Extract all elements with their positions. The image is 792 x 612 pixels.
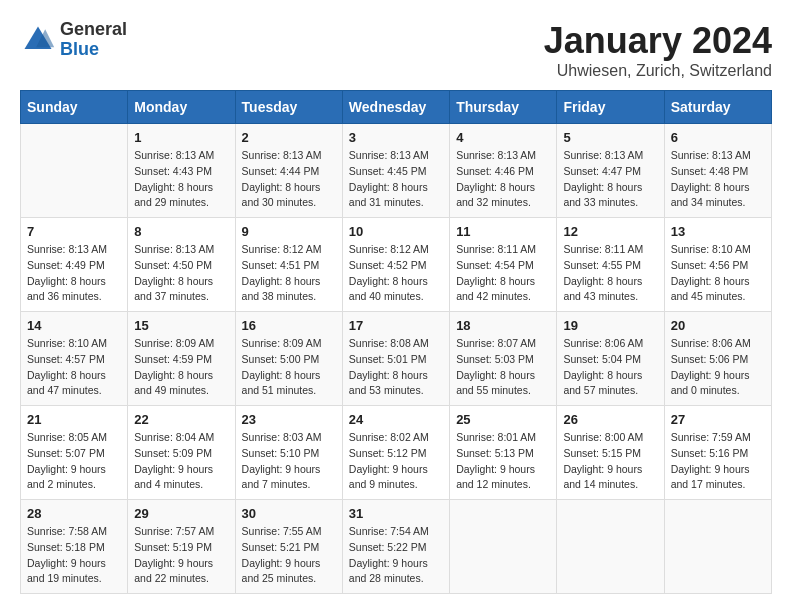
- logo-blue-text: Blue: [60, 40, 127, 60]
- logo: General Blue: [20, 20, 127, 60]
- cell-week1-day2: 2 Sunrise: 8:13 AMSunset: 4:44 PMDayligh…: [235, 124, 342, 218]
- day-number: 16: [242, 318, 336, 333]
- weekday-header-row: Sunday Monday Tuesday Wednesday Thursday…: [21, 91, 772, 124]
- day-info: Sunrise: 8:13 AMSunset: 4:46 PMDaylight:…: [456, 148, 550, 211]
- day-number: 22: [134, 412, 228, 427]
- header-tuesday: Tuesday: [235, 91, 342, 124]
- cell-week4-day3: 24 Sunrise: 8:02 AMSunset: 5:12 PMDaylig…: [342, 406, 449, 500]
- calendar-title: January 2024: [544, 20, 772, 62]
- logo-icon: [20, 22, 56, 58]
- day-info: Sunrise: 8:13 AMSunset: 4:44 PMDaylight:…: [242, 148, 336, 211]
- cell-week4-day4: 25 Sunrise: 8:01 AMSunset: 5:13 PMDaylig…: [450, 406, 557, 500]
- day-number: 3: [349, 130, 443, 145]
- cell-week2-day5: 12 Sunrise: 8:11 AMSunset: 4:55 PMDaylig…: [557, 218, 664, 312]
- cell-week3-day0: 14 Sunrise: 8:10 AMSunset: 4:57 PMDaylig…: [21, 312, 128, 406]
- day-info: Sunrise: 8:11 AMSunset: 4:55 PMDaylight:…: [563, 242, 657, 305]
- cell-week3-day6: 20 Sunrise: 8:06 AMSunset: 5:06 PMDaylig…: [664, 312, 771, 406]
- cell-week4-day2: 23 Sunrise: 8:03 AMSunset: 5:10 PMDaylig…: [235, 406, 342, 500]
- day-number: 25: [456, 412, 550, 427]
- day-number: 2: [242, 130, 336, 145]
- day-info: Sunrise: 8:13 AMSunset: 4:49 PMDaylight:…: [27, 242, 121, 305]
- day-number: 10: [349, 224, 443, 239]
- day-number: 1: [134, 130, 228, 145]
- day-info: Sunrise: 7:59 AMSunset: 5:16 PMDaylight:…: [671, 430, 765, 493]
- cell-week4-day5: 26 Sunrise: 8:00 AMSunset: 5:15 PMDaylig…: [557, 406, 664, 500]
- cell-week2-day4: 11 Sunrise: 8:11 AMSunset: 4:54 PMDaylig…: [450, 218, 557, 312]
- day-info: Sunrise: 8:01 AMSunset: 5:13 PMDaylight:…: [456, 430, 550, 493]
- day-info: Sunrise: 8:08 AMSunset: 5:01 PMDaylight:…: [349, 336, 443, 399]
- day-number: 20: [671, 318, 765, 333]
- day-number: 17: [349, 318, 443, 333]
- cell-week2-day2: 9 Sunrise: 8:12 AMSunset: 4:51 PMDayligh…: [235, 218, 342, 312]
- calendar-table: Sunday Monday Tuesday Wednesday Thursday…: [20, 90, 772, 594]
- day-number: 4: [456, 130, 550, 145]
- cell-week4-day1: 22 Sunrise: 8:04 AMSunset: 5:09 PMDaylig…: [128, 406, 235, 500]
- day-number: 27: [671, 412, 765, 427]
- page-header: General Blue January 2024 Uhwiesen, Zuri…: [20, 20, 772, 80]
- day-number: 30: [242, 506, 336, 521]
- day-number: 8: [134, 224, 228, 239]
- cell-week5-day1: 29 Sunrise: 7:57 AMSunset: 5:19 PMDaylig…: [128, 500, 235, 594]
- day-number: 24: [349, 412, 443, 427]
- day-info: Sunrise: 8:11 AMSunset: 4:54 PMDaylight:…: [456, 242, 550, 305]
- title-block: January 2024 Uhwiesen, Zurich, Switzerla…: [544, 20, 772, 80]
- day-info: Sunrise: 7:54 AMSunset: 5:22 PMDaylight:…: [349, 524, 443, 587]
- cell-week3-day5: 19 Sunrise: 8:06 AMSunset: 5:04 PMDaylig…: [557, 312, 664, 406]
- day-info: Sunrise: 8:09 AMSunset: 4:59 PMDaylight:…: [134, 336, 228, 399]
- day-number: 18: [456, 318, 550, 333]
- cell-week1-day3: 3 Sunrise: 8:13 AMSunset: 4:45 PMDayligh…: [342, 124, 449, 218]
- cell-week5-day5: [557, 500, 664, 594]
- day-number: 13: [671, 224, 765, 239]
- cell-week4-day0: 21 Sunrise: 8:05 AMSunset: 5:07 PMDaylig…: [21, 406, 128, 500]
- day-info: Sunrise: 8:04 AMSunset: 5:09 PMDaylight:…: [134, 430, 228, 493]
- cell-week1-day5: 5 Sunrise: 8:13 AMSunset: 4:47 PMDayligh…: [557, 124, 664, 218]
- week-row-2: 7 Sunrise: 8:13 AMSunset: 4:49 PMDayligh…: [21, 218, 772, 312]
- cell-week4-day6: 27 Sunrise: 7:59 AMSunset: 5:16 PMDaylig…: [664, 406, 771, 500]
- cell-week2-day3: 10 Sunrise: 8:12 AMSunset: 4:52 PMDaylig…: [342, 218, 449, 312]
- day-info: Sunrise: 8:13 AMSunset: 4:43 PMDaylight:…: [134, 148, 228, 211]
- day-number: 7: [27, 224, 121, 239]
- day-info: Sunrise: 8:05 AMSunset: 5:07 PMDaylight:…: [27, 430, 121, 493]
- day-number: 23: [242, 412, 336, 427]
- day-number: 11: [456, 224, 550, 239]
- day-info: Sunrise: 7:57 AMSunset: 5:19 PMDaylight:…: [134, 524, 228, 587]
- header-wednesday: Wednesday: [342, 91, 449, 124]
- day-number: 28: [27, 506, 121, 521]
- header-thursday: Thursday: [450, 91, 557, 124]
- cell-week5-day6: [664, 500, 771, 594]
- cell-week3-day3: 17 Sunrise: 8:08 AMSunset: 5:01 PMDaylig…: [342, 312, 449, 406]
- day-info: Sunrise: 8:03 AMSunset: 5:10 PMDaylight:…: [242, 430, 336, 493]
- day-info: Sunrise: 8:10 AMSunset: 4:57 PMDaylight:…: [27, 336, 121, 399]
- day-number: 15: [134, 318, 228, 333]
- day-info: Sunrise: 8:06 AMSunset: 5:04 PMDaylight:…: [563, 336, 657, 399]
- cell-week2-day1: 8 Sunrise: 8:13 AMSunset: 4:50 PMDayligh…: [128, 218, 235, 312]
- day-info: Sunrise: 7:55 AMSunset: 5:21 PMDaylight:…: [242, 524, 336, 587]
- day-number: 5: [563, 130, 657, 145]
- cell-week1-day4: 4 Sunrise: 8:13 AMSunset: 4:46 PMDayligh…: [450, 124, 557, 218]
- day-info: Sunrise: 8:02 AMSunset: 5:12 PMDaylight:…: [349, 430, 443, 493]
- day-number: 14: [27, 318, 121, 333]
- logo-general-text: General: [60, 20, 127, 40]
- cell-week1-day0: [21, 124, 128, 218]
- cell-week2-day6: 13 Sunrise: 8:10 AMSunset: 4:56 PMDaylig…: [664, 218, 771, 312]
- day-number: 9: [242, 224, 336, 239]
- day-info: Sunrise: 8:00 AMSunset: 5:15 PMDaylight:…: [563, 430, 657, 493]
- logo-text: General Blue: [60, 20, 127, 60]
- day-info: Sunrise: 8:13 AMSunset: 4:48 PMDaylight:…: [671, 148, 765, 211]
- day-info: Sunrise: 8:12 AMSunset: 4:52 PMDaylight:…: [349, 242, 443, 305]
- day-info: Sunrise: 8:13 AMSunset: 4:45 PMDaylight:…: [349, 148, 443, 211]
- day-number: 19: [563, 318, 657, 333]
- cell-week1-day6: 6 Sunrise: 8:13 AMSunset: 4:48 PMDayligh…: [664, 124, 771, 218]
- header-sunday: Sunday: [21, 91, 128, 124]
- week-row-1: 1 Sunrise: 8:13 AMSunset: 4:43 PMDayligh…: [21, 124, 772, 218]
- day-number: 6: [671, 130, 765, 145]
- header-saturday: Saturday: [664, 91, 771, 124]
- header-friday: Friday: [557, 91, 664, 124]
- day-info: Sunrise: 7:58 AMSunset: 5:18 PMDaylight:…: [27, 524, 121, 587]
- day-info: Sunrise: 8:13 AMSunset: 4:47 PMDaylight:…: [563, 148, 657, 211]
- cell-week5-day0: 28 Sunrise: 7:58 AMSunset: 5:18 PMDaylig…: [21, 500, 128, 594]
- week-row-5: 28 Sunrise: 7:58 AMSunset: 5:18 PMDaylig…: [21, 500, 772, 594]
- day-number: 21: [27, 412, 121, 427]
- day-info: Sunrise: 8:06 AMSunset: 5:06 PMDaylight:…: [671, 336, 765, 399]
- day-info: Sunrise: 8:12 AMSunset: 4:51 PMDaylight:…: [242, 242, 336, 305]
